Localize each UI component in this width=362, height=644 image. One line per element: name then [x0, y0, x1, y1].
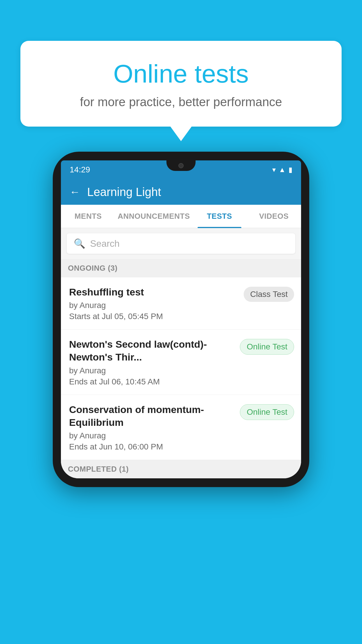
completed-section-label: COMPLETED (1)	[61, 460, 301, 478]
status-icons: ▾ ▲ ▮	[272, 166, 292, 174]
test-title: Conservation of momentum-Equilibrium	[69, 403, 235, 429]
wifi-icon: ▾	[272, 166, 276, 174]
tab-announcements[interactable]: ANNOUNCEMENTS	[115, 205, 192, 228]
test-date: Ends at Jun 10, 06:00 PM	[69, 442, 235, 452]
test-item-content: Reshuffling test by Anurag Starts at Jul…	[69, 286, 239, 321]
app-header: ← Learning Light	[61, 179, 301, 205]
test-author: by Anurag	[69, 431, 235, 440]
tab-tests[interactable]: TESTS	[192, 205, 247, 228]
test-date: Starts at Jul 05, 05:45 PM	[69, 312, 239, 321]
phone-wrapper: 14:29 ▾ ▲ ▮ ← Learning Light MENTS ANNOU…	[53, 152, 309, 487]
test-title: Reshuffling test	[69, 286, 239, 298]
test-item-content: Conservation of momentum-Equilibrium by …	[69, 403, 235, 452]
search-placeholder: Search	[90, 238, 120, 249]
app-title: Learning Light	[87, 186, 161, 199]
test-item[interactable]: Newton's Second law(contd)-Newton's Thir…	[61, 330, 301, 395]
test-author: by Anurag	[69, 301, 239, 310]
test-badge-class: Class Test	[244, 287, 294, 302]
test-item[interactable]: Reshuffling test by Anurag Starts at Jul…	[61, 277, 301, 330]
test-item[interactable]: Conservation of momentum-Equilibrium by …	[61, 395, 301, 460]
phone-notch	[166, 160, 196, 171]
phone-camera	[178, 163, 184, 168]
test-badge-online: Online Test	[240, 339, 294, 355]
tab-videos[interactable]: VIDEOS	[247, 205, 301, 228]
tab-ments[interactable]: MENTS	[61, 205, 115, 228]
signal-icon: ▲	[279, 166, 286, 174]
speech-bubble: Online tests for more practice, better p…	[20, 41, 342, 127]
search-bar[interactable]: 🔍 Search	[67, 233, 295, 254]
bubble-subtitle: for more practice, better performance	[44, 95, 318, 109]
back-button[interactable]: ←	[70, 186, 80, 198]
test-author: by Anurag	[69, 366, 235, 375]
search-icon: 🔍	[74, 238, 85, 249]
status-time: 14:29	[70, 165, 90, 174]
bubble-title: Online tests	[44, 58, 318, 89]
test-item-content: Newton's Second law(contd)-Newton's Thir…	[69, 338, 235, 386]
phone-screen: ← Learning Light MENTS ANNOUNCEMENTS TES…	[61, 179, 301, 478]
battery-icon: ▮	[289, 166, 292, 174]
tabs-bar: MENTS ANNOUNCEMENTS TESTS VIDEOS	[61, 205, 301, 228]
test-date: Ends at Jul 06, 10:45 AM	[69, 377, 235, 386]
ongoing-section-label: ONGOING (3)	[61, 259, 301, 277]
test-title: Newton's Second law(contd)-Newton's Thir…	[69, 338, 235, 363]
phone-frame: 14:29 ▾ ▲ ▮ ← Learning Light MENTS ANNOU…	[53, 152, 309, 487]
search-container: 🔍 Search	[61, 228, 301, 259]
test-badge-online-2: Online Test	[240, 404, 294, 420]
